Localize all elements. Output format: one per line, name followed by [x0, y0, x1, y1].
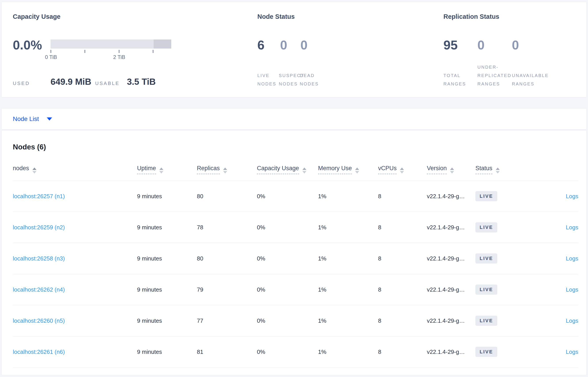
status-badge: LIVE — [475, 253, 497, 264]
uptime-cell: 9 minutes — [137, 224, 197, 231]
column-header-version[interactable]: Version — [427, 165, 475, 174]
chevron-down-icon — [47, 118, 52, 120]
capacity-bar-unusable-segment — [154, 39, 171, 48]
logs-link[interactable]: Logs — [566, 349, 578, 355]
capacity-cell: 0% — [257, 193, 318, 200]
table-row: localhost:26259 (n2) 9 minutes 78 0% 1% … — [13, 212, 578, 243]
status-badge: LIVE — [475, 284, 497, 295]
version-cell: v22.1.4-29-g… — [427, 286, 475, 293]
under-replicated-ranges-label: UNDER-REPLICATED RANGES — [477, 63, 517, 88]
vcpus-cell: 8 — [378, 193, 427, 200]
memory-cell: 1% — [318, 286, 378, 293]
used-value: 649.9 MiB — [50, 77, 91, 87]
uptime-cell: 9 minutes — [137, 349, 197, 355]
column-header-replicas[interactable]: Replicas — [197, 165, 257, 174]
live-nodes-label: LIVE NODES — [257, 71, 282, 88]
memory-cell: 1% — [318, 318, 378, 324]
sort-icon[interactable] — [302, 167, 306, 174]
vcpus-cell: 8 — [378, 318, 427, 324]
node-address-link[interactable]: localhost:26261 (n6) — [13, 349, 65, 355]
sort-icon[interactable] — [33, 167, 36, 174]
status-badge: LIVE — [475, 222, 497, 232]
axis-tick — [153, 50, 153, 53]
capacity-cell: 0% — [257, 349, 318, 355]
axis-tick-label: 0 TiB — [45, 54, 57, 60]
uptime-cell: 9 minutes — [137, 318, 197, 324]
column-header-uptime[interactable]: Uptime — [137, 165, 197, 174]
view-selector-card: Node List — [1, 108, 587, 130]
version-cell: v22.1.4-29-g… — [427, 349, 475, 355]
version-cell: v22.1.4-29-g… — [427, 193, 475, 200]
axis-tick — [119, 50, 119, 53]
capacity-cell: 0% — [257, 224, 318, 231]
dead-nodes-label: DEAD NODES — [300, 71, 326, 88]
nodes-table-card: Nodes (6) nodes Uptime Replicas Capacity… — [1, 130, 587, 375]
nodes-table: nodes Uptime Replicas Capacity Usage Mem… — [13, 161, 578, 367]
status-badge: LIVE — [475, 347, 497, 357]
memory-cell: 1% — [318, 224, 378, 231]
node-list-dropdown-label: Node List — [13, 116, 39, 122]
capacity-usage-bar — [50, 39, 171, 48]
table-row: localhost:26258 (n3) 9 minutes 80 0% 1% … — [13, 243, 578, 274]
sort-icon[interactable] — [223, 167, 227, 174]
sort-icon[interactable] — [400, 167, 404, 174]
node-status-title: Node Status — [257, 13, 295, 20]
uptime-cell: 9 minutes — [137, 193, 197, 200]
status-badge: LIVE — [475, 191, 497, 201]
capacity-usage-title: Capacity Usage — [13, 13, 60, 20]
sort-icon[interactable] — [159, 167, 163, 174]
unavailable-ranges-label: UNAVAILABLE RANGES — [512, 71, 558, 88]
logs-link[interactable]: Logs — [566, 318, 578, 324]
table-row: localhost:26261 (n6) 9 minutes 81 0% 1% … — [13, 336, 578, 367]
logs-link[interactable]: Logs — [566, 224, 578, 231]
sort-icon[interactable] — [355, 167, 359, 174]
axis-tick — [84, 50, 85, 53]
logs-link[interactable]: Logs — [566, 255, 578, 262]
status-badge: LIVE — [475, 316, 497, 326]
column-header-capacity[interactable]: Capacity Usage — [257, 165, 318, 174]
replicas-cell: 79 — [197, 286, 257, 293]
sort-icon[interactable] — [450, 167, 454, 174]
vcpus-cell: 8 — [378, 255, 427, 262]
usable-label: USABLE — [95, 81, 120, 86]
logs-link[interactable]: Logs — [566, 286, 578, 293]
capacity-cell: 0% — [257, 255, 318, 262]
vcpus-cell: 8 — [378, 224, 427, 231]
column-header-status[interactable]: Status — [475, 165, 533, 174]
live-nodes-value: 6 — [257, 37, 264, 53]
replicas-cell: 81 — [197, 349, 257, 355]
uptime-cell: 9 minutes — [137, 286, 197, 293]
nodes-count-title: Nodes (6) — [13, 143, 46, 151]
suspect-nodes-value: 0 — [280, 37, 287, 53]
axis-tick-label: 2 TiB — [113, 54, 125, 60]
table-row: localhost:26257 (n1) 9 minutes 80 0% 1% … — [13, 181, 578, 212]
memory-cell: 1% — [318, 255, 378, 262]
node-address-link[interactable]: localhost:26258 (n3) — [13, 255, 65, 262]
node-list-dropdown[interactable]: Node List — [13, 108, 52, 129]
node-address-link[interactable]: localhost:26260 (n5) — [13, 318, 65, 324]
column-header-nodes[interactable]: nodes — [13, 165, 137, 174]
capacity-cell: 0% — [257, 318, 318, 324]
replicas-cell: 77 — [197, 318, 257, 324]
version-cell: v22.1.4-29-g… — [427, 224, 475, 231]
node-address-link[interactable]: localhost:26262 (n4) — [13, 286, 65, 293]
capacity-cell: 0% — [257, 286, 318, 293]
logs-link[interactable]: Logs — [566, 193, 578, 200]
unavailable-ranges-value: 0 — [512, 37, 519, 53]
memory-cell: 1% — [318, 193, 378, 200]
column-header-memory[interactable]: Memory Use — [318, 165, 378, 174]
replicas-cell: 80 — [197, 255, 257, 262]
sort-icon[interactable] — [496, 167, 500, 174]
replicas-cell: 78 — [197, 224, 257, 231]
node-address-link[interactable]: localhost:26257 (n1) — [13, 193, 65, 200]
table-row: localhost:26260 (n5) 9 minutes 77 0% 1% … — [13, 305, 578, 336]
axis-tick — [50, 50, 51, 53]
dead-nodes-value: 0 — [300, 37, 307, 53]
used-label: USED — [13, 81, 30, 86]
memory-cell: 1% — [318, 349, 378, 355]
column-header-vcpus[interactable]: vCPUs — [378, 165, 427, 174]
version-cell: v22.1.4-29-g… — [427, 255, 475, 262]
node-address-link[interactable]: localhost:26259 (n2) — [13, 224, 65, 231]
usable-value: 3.5 TiB — [127, 77, 156, 87]
version-cell: v22.1.4-29-g… — [427, 318, 475, 324]
